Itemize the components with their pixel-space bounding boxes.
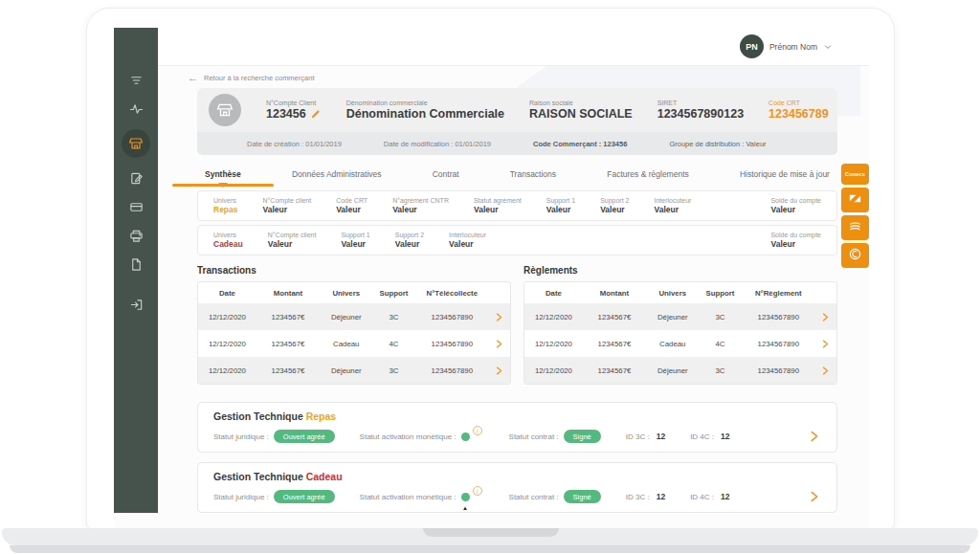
- tab-historique[interactable]: Historique de mise à jour: [734, 166, 835, 183]
- section-chevron-icon[interactable]: [808, 430, 821, 443]
- interlocuteur-field: Interlocuteur Valeur: [449, 232, 486, 249]
- printer-icon[interactable]: [128, 228, 145, 244]
- univers-field: Univers Repas: [213, 197, 238, 214]
- section-chevron-icon[interactable]: [808, 490, 821, 503]
- solde-compte-field: Solde du compte Valeur: [770, 197, 821, 214]
- info-icon[interactable]: i: [473, 426, 482, 435]
- coin-icon: [848, 247, 862, 265]
- id-4c: ID 4C :12: [690, 432, 729, 441]
- app-window: PN Prénom Nom ← Retour à la recherche co…: [114, 28, 869, 531]
- active-status-dot: [461, 493, 470, 501]
- document-stack-icon: [848, 219, 862, 237]
- table-header-row: Date Montant Univers Support N°Télécolle…: [198, 282, 510, 303]
- conecs-button[interactable]: Conecs: [841, 164, 869, 185]
- creation-date: Date de création : 01/01/2019: [247, 140, 342, 148]
- code-crt-field: Code CRT 123456789: [768, 100, 829, 121]
- user-menu[interactable]: PN Prénom Nom: [740, 34, 833, 58]
- account-number-value: 123456: [266, 107, 306, 121]
- payment-card-icon[interactable]: [128, 199, 145, 215]
- active-status-dot: [461, 432, 470, 441]
- zendesk-icon: [848, 191, 862, 210]
- zendesk-button[interactable]: [841, 188, 869, 212]
- store-avatar-icon: [209, 94, 241, 126]
- compte-client-field: N°Compte client Valeur: [268, 232, 317, 249]
- id-4c: ID 4C :12: [690, 492, 729, 501]
- statut-juridique: Statut juridique : Ouvert agréé: [213, 490, 335, 503]
- chevron-down-icon: [823, 38, 833, 55]
- merchant-header-card: N°Compte Client 123456 Dénomination comm…: [197, 88, 837, 155]
- row-chevron-icon[interactable]: [489, 339, 510, 349]
- tab-factures-reglements[interactable]: Factures & règlements: [601, 166, 695, 183]
- info-icon[interactable]: i: [473, 486, 482, 496]
- row-chevron-icon[interactable]: [815, 312, 836, 322]
- row-chevron-icon[interactable]: [815, 339, 836, 349]
- statut-contrat: Statut contrat : Signé: [509, 490, 601, 503]
- coin-button[interactable]: [841, 243, 869, 268]
- topbar: PN Prénom Nom: [158, 28, 869, 66]
- code-commercant: Code Commerçant : 123456: [533, 140, 627, 148]
- tab-contrat[interactable]: Contrat: [427, 166, 465, 183]
- support1-field: Support 1 Valeur: [341, 232, 369, 249]
- agrement-cntr-field: N°agrément CNTR Valeur: [392, 197, 449, 214]
- cursor-pointer-marker: ▲: [462, 505, 468, 511]
- table-row[interactable]: 12/12/2020 1234567€ Cadeau 4C 1234567890: [524, 330, 836, 357]
- transactions-title: Transactions: [197, 265, 511, 276]
- merchant-meta-row: Date de création : 01/01/2019 Date de mo…: [197, 132, 837, 155]
- row-chevron-icon[interactable]: [489, 312, 510, 322]
- table-row[interactable]: 12/12/2020 1234567€ Déjeuner 3C 12345678…: [198, 303, 510, 330]
- back-arrow-icon: ←: [188, 73, 198, 83]
- row-chevron-icon[interactable]: [489, 366, 510, 376]
- table-header-row: Date Montant Univers Support N°Règlement: [524, 282, 836, 303]
- laptop-base-lip: [10, 545, 970, 553]
- menu-filter-icon[interactable]: [128, 72, 145, 88]
- contract-edit-icon[interactable]: [128, 170, 145, 187]
- transactions-section: Transactions Date Montant Univers Suppor…: [197, 265, 511, 385]
- statut-contrat: Statut contrat : Signé: [509, 430, 601, 443]
- invoice-document-icon[interactable]: [128, 256, 145, 273]
- support2-field: Support 2 Valeur: [395, 232, 424, 249]
- laptop-screen-bezel: PN Prénom Nom ← Retour à la recherche co…: [86, 8, 895, 530]
- groupe-distribution: Groupe de distribution : Valeur: [669, 140, 766, 148]
- activity-icon[interactable]: [128, 100, 145, 117]
- reglements-table: Date Montant Univers Support N°Règlement…: [523, 281, 837, 385]
- statut-agrement-field: Statut agrément Valeur: [474, 197, 522, 214]
- table-row[interactable]: 12/12/2020 1234567€ Cadeau 4C 1234567890: [198, 330, 510, 357]
- gestion-technique-repas-card: Gestion Technique Repas Statut juridique…: [197, 402, 837, 453]
- row-chevron-icon[interactable]: [815, 366, 836, 376]
- univers-field: Univers Cadeau: [213, 232, 243, 249]
- interlocuteur-field: Interlocuteur Valeur: [654, 197, 691, 214]
- univers-cadeau-label: Cadeau: [306, 471, 343, 482]
- support1-field: Support 1 Valeur: [546, 197, 575, 214]
- status-badge: Ouvert agréé: [274, 430, 335, 443]
- solde-compte-field: Solde du compte Valeur: [770, 232, 821, 249]
- document-stack-button[interactable]: [841, 215, 869, 240]
- table-row[interactable]: 12/12/2020 1234567€ Déjeuner 3C 12345678…: [524, 303, 836, 330]
- statut-activation-monetique: Statut activation monétique : i: [360, 432, 484, 441]
- laptop-base-notch: [423, 528, 559, 537]
- tab-transactions[interactable]: Transactions: [504, 166, 562, 183]
- siret-field: SIRET 1234567890123: [657, 100, 744, 121]
- id-3c: ID 3C :12: [626, 432, 665, 441]
- status-badge: Signé: [564, 430, 601, 443]
- status-badge: Ouvert agréé: [274, 490, 335, 503]
- edit-pencil-icon[interactable]: [310, 108, 322, 120]
- table-row[interactable]: 12/12/2020 1234567€ Déjeuner 3C 12345678…: [198, 357, 510, 384]
- statut-activation-monetique: Statut activation monétique : i: [360, 492, 484, 501]
- tab-synthese[interactable]: Synthèse: [199, 166, 247, 183]
- main-area: ← Retour à la recherche commerçant N°Com…: [158, 66, 869, 513]
- table-row[interactable]: 12/12/2020 1234567€ Déjeuner 3C 12345678…: [524, 357, 836, 384]
- sidebar-nav: [114, 28, 158, 513]
- logout-icon[interactable]: [128, 297, 145, 313]
- univers-summary-cadeau: Univers Cadeau N°Compte client Valeur Su…: [197, 225, 837, 255]
- tab-bar: Synthèse Données Administratives Contrat…: [197, 162, 837, 187]
- denomination-field: Dénomination commerciale Dénomination Co…: [346, 100, 504, 121]
- id-3c: ID 3C :12: [626, 492, 665, 501]
- support2-field: Support 2 Valeur: [600, 197, 629, 214]
- transactions-table: Date Montant Univers Support N°Télécolle…: [197, 281, 511, 385]
- back-link[interactable]: ← Retour à la recherche commerçant: [158, 66, 869, 88]
- merchant-store-icon[interactable]: [122, 129, 150, 158]
- status-badge: Signé: [564, 490, 601, 503]
- modification-date: Date de modification : 01/01/2019: [384, 140, 491, 148]
- tab-donnees-administratives[interactable]: Données Administratives: [286, 166, 388, 183]
- account-number-field: N°Compte Client 123456: [266, 100, 322, 121]
